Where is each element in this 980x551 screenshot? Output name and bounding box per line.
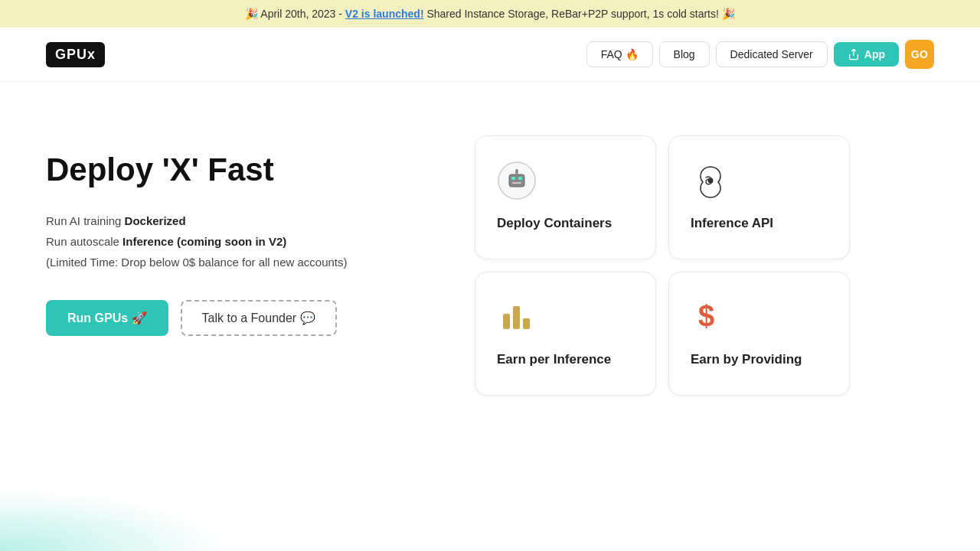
svg-rect-3 — [518, 177, 522, 180]
hero-line2-bold: Inference (coming soon in V2) — [122, 235, 286, 248]
deploy-containers-title: Deploy Containers — [497, 216, 634, 231]
earn-per-inference-title: Earn per Inference — [497, 352, 634, 367]
hero-line1-prefix: Run AI training — [46, 214, 125, 227]
logo-text: GPUx — [46, 42, 105, 67]
hero-line3: (Limited Time: Drop below 0$ balance for… — [46, 252, 444, 272]
openai-svg-icon — [691, 161, 730, 201]
hero-line2-prefix: Run autoscale — [46, 235, 122, 248]
svg-point-7 — [708, 178, 714, 184]
logo[interactable]: GPUx — [46, 42, 105, 67]
earn-per-inference-icon — [497, 297, 537, 337]
svg-rect-9 — [513, 306, 520, 329]
feature-cards-grid: Deploy Containers Inference API — [475, 135, 850, 396]
cta-buttons: Run GPUs 🚀 Talk to a Founder 💬 — [46, 300, 444, 336]
faq-button[interactable]: FAQ 🔥 — [586, 41, 653, 67]
inference-api-title: Inference API — [691, 216, 828, 231]
main-content: Deploy 'X' Fast Run AI training Dockeriz… — [0, 82, 980, 426]
announcement-banner: 🎉 April 20th, 2023 - V2 is launched! Sha… — [0, 0, 980, 28]
navbar: GPUx FAQ 🔥 Blog Dedicated Server App GO — [0, 28, 980, 82]
robot-svg-icon — [497, 161, 537, 201]
bar-chart-icon — [500, 300, 534, 334]
nav-links: FAQ 🔥 Blog Dedicated Server App GO — [586, 40, 934, 69]
svg-rect-2 — [511, 177, 515, 180]
banner-prefix: 🎉 April 20th, 2023 - — [245, 8, 342, 20]
svg-rect-1 — [509, 174, 524, 187]
dedicated-server-button[interactable]: Dedicated Server — [716, 41, 828, 67]
blog-button[interactable]: Blog — [659, 41, 710, 67]
svg-rect-4 — [512, 182, 521, 184]
hero-line1: Run AI training Dockerized — [46, 210, 444, 231]
earn-per-inference-card[interactable]: Earn per Inference — [475, 272, 656, 396]
svg-point-6 — [515, 169, 518, 172]
dollar-sign-icon: $ — [695, 298, 726, 336]
deploy-containers-icon — [497, 161, 537, 201]
run-gpus-button[interactable]: Run GPUs 🚀 — [46, 300, 168, 336]
earn-by-providing-icon: $ — [691, 297, 730, 337]
banner-suffix: Shared Instance Storage, ReBar+P2P suppo… — [426, 8, 734, 20]
page-title: Deploy 'X' Fast — [46, 151, 444, 189]
hero-line1-bold: Dockerized — [125, 214, 186, 227]
app-button[interactable]: App — [834, 42, 899, 67]
talk-to-founder-button[interactable]: Talk to a Founder 💬 — [181, 300, 337, 336]
v2-launch-link[interactable]: V2 is launched! — [345, 8, 424, 20]
earn-by-providing-title: Earn by Providing — [691, 352, 828, 367]
hero-description: Run AI training Dockerized Run autoscale… — [46, 210, 444, 272]
svg-text:$: $ — [698, 300, 714, 332]
hero-line2: Run autoscale Inference (coming soon in … — [46, 231, 444, 252]
app-label: App — [864, 48, 885, 60]
inference-api-card[interactable]: Inference API — [668, 135, 850, 259]
hero-section: Deploy 'X' Fast Run AI training Dockeriz… — [46, 128, 444, 336]
wave-decoration — [0, 490, 230, 551]
svg-rect-8 — [503, 314, 510, 329]
inference-api-icon — [691, 161, 730, 201]
earn-by-providing-card[interactable]: $ Earn by Providing — [668, 272, 850, 396]
svg-rect-10 — [523, 318, 530, 329]
deploy-containers-card[interactable]: Deploy Containers — [475, 135, 656, 259]
go-button[interactable]: GO — [905, 40, 934, 69]
share-icon — [848, 48, 860, 60]
